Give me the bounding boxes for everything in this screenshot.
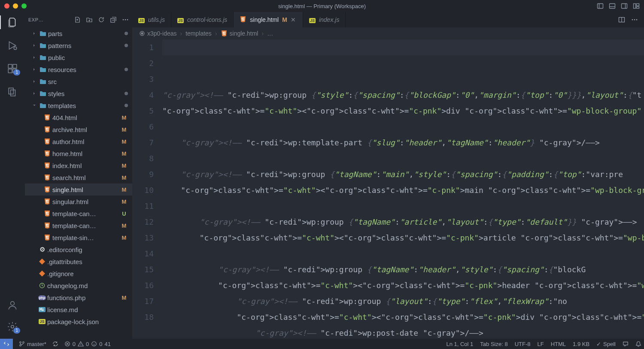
html-file-icon: [43, 210, 52, 217]
code-editor[interactable]: 123456789101112131415161718 "c-gray"><!—…: [132, 39, 644, 339]
svg-point-16: [11, 301, 15, 305]
run-debug-icon[interactable]: [6, 39, 18, 51]
folder-row[interactable]: public: [25, 51, 132, 63]
close-window-button[interactable]: [4, 3, 9, 9]
feedback-icon[interactable]: [623, 341, 629, 347]
file-size[interactable]: 1.9 KB: [573, 341, 589, 347]
zoom-window-button[interactable]: [21, 3, 27, 9]
editor-tab[interactable]: JS utils.js: [132, 12, 171, 27]
file-name: package-lock.json: [47, 318, 128, 325]
file-tree[interactable]: parts patterns public resources src styl…: [25, 27, 132, 339]
notifications-icon[interactable]: [635, 341, 641, 347]
tab-label: utils.js: [148, 16, 165, 23]
sync-button[interactable]: [52, 341, 58, 347]
folder-row[interactable]: resources: [25, 63, 132, 75]
svg-point-31: [20, 342, 21, 343]
collapse-all-icon[interactable]: [110, 16, 117, 23]
eol[interactable]: LF: [537, 341, 544, 347]
close-tab-icon[interactable]: ✕: [291, 16, 297, 23]
layout-sidebar-right-icon[interactable]: [621, 3, 628, 9]
references-icon[interactable]: [6, 86, 18, 98]
editor-tab[interactable]: JS index.js: [303, 12, 346, 27]
file-row[interactable]: changelog.md: [25, 280, 132, 292]
problems-indicator[interactable]: 0 0 0 41: [64, 341, 111, 347]
git-status: U: [120, 211, 128, 217]
spell-check[interactable]: ✓ Spell: [596, 341, 616, 347]
file-name: template-can…: [52, 210, 120, 217]
folder-row[interactable]: src: [25, 75, 132, 87]
html-file-icon: [43, 198, 52, 205]
editor-tab[interactable]: single.html M ✕: [234, 12, 303, 27]
line-gutter: 123456789101112131415161718: [132, 39, 162, 339]
settings-gear-icon[interactable]: 1: [6, 321, 18, 333]
file-row[interactable]: index.html M: [25, 159, 132, 171]
breadcrumbs[interactable]: x3p0-ideas›templates›single.html›…: [132, 27, 644, 39]
breadcrumb-item[interactable]: x3p0-ideas: [139, 30, 177, 37]
svg-point-33: [23, 342, 24, 343]
customize-layout-icon[interactable]: [633, 3, 640, 9]
encoding[interactable]: UTF-8: [515, 341, 531, 347]
language-mode[interactable]: HTML: [551, 341, 566, 347]
breadcrumb-item[interactable]: …: [267, 30, 273, 37]
file-row[interactable]: template-can… U: [25, 208, 132, 220]
activity-bar: 1 1: [0, 12, 25, 339]
folder-icon: [39, 30, 47, 36]
file-row[interactable]: single.html M: [25, 184, 132, 196]
file-row[interactable]: template-can… M: [25, 220, 132, 232]
remote-button[interactable]: [0, 339, 13, 349]
extensions-badge: 1: [13, 69, 20, 75]
file-row[interactable]: author.html M: [25, 135, 132, 147]
new-file-icon[interactable]: [74, 16, 81, 23]
folder-row[interactable]: parts: [25, 27, 132, 39]
file-row[interactable]: 404.html M: [25, 111, 132, 123]
file-row[interactable]: archive.html M: [25, 123, 132, 135]
svg-point-27: [634, 19, 635, 21]
layout-panel-icon[interactable]: [609, 3, 616, 9]
code-lines[interactable]: "c-gray"><!—— "c-redi">wp:group {"style"…: [162, 39, 644, 339]
file-row[interactable]: .gitattributes: [25, 256, 132, 268]
file-row[interactable]: .gitignore: [25, 268, 132, 280]
modified-dot-icon: [125, 104, 128, 107]
folder-name: templates: [48, 102, 125, 109]
more-icon[interactable]: [122, 16, 129, 23]
file-icon: [38, 307, 46, 312]
minimize-window-button[interactable]: [13, 3, 18, 9]
html-file-icon: [43, 186, 52, 193]
settings-badge: 1: [13, 328, 20, 334]
refresh-icon[interactable]: [98, 16, 105, 23]
branch-indicator[interactable]: master*: [19, 341, 46, 347]
explorer-icon[interactable]: [6, 16, 18, 28]
tab-size[interactable]: Tab Size: 8: [480, 341, 507, 347]
folder-icon: [39, 78, 47, 84]
file-row[interactable]: home.html M: [25, 147, 132, 159]
sidebar-header: EXP…: [25, 12, 132, 27]
more-actions-icon[interactable]: [631, 16, 638, 23]
chevron-right-icon: [30, 91, 39, 96]
layout-sidebar-left-icon[interactable]: [597, 3, 604, 9]
folder-row[interactable]: styles: [25, 87, 132, 99]
folder-row[interactable]: patterns: [25, 39, 132, 51]
file-row[interactable]: template-sin… M: [25, 232, 132, 244]
editor-tab[interactable]: JS control-icons.js: [171, 12, 234, 27]
file-row[interactable]: php functions.php M: [25, 292, 132, 304]
file-row[interactable]: search.html M: [25, 171, 132, 184]
folder-row[interactable]: templates: [25, 99, 132, 111]
breadcrumb-item[interactable]: templates: [185, 30, 212, 37]
chevron-right-icon: ›: [215, 30, 217, 37]
breadcrumb-item[interactable]: single.html: [221, 30, 258, 37]
account-icon[interactable]: [6, 299, 18, 311]
file-name: search.html: [52, 174, 120, 181]
chevron-right-icon: ›: [180, 30, 182, 37]
file-name: changelog.md: [47, 282, 128, 289]
chevron-right-icon: [30, 43, 39, 48]
editor: JS utils.js JS control-icons.js single.h…: [132, 12, 644, 339]
split-editor-icon[interactable]: [618, 16, 625, 23]
extensions-icon[interactable]: 1: [6, 63, 18, 75]
modified-dot-icon: [125, 32, 128, 35]
new-folder-icon[interactable]: [86, 16, 93, 23]
file-row[interactable]: ⚙ .editorconfig: [25, 244, 132, 256]
file-row[interactable]: singular.html M: [25, 196, 132, 208]
file-row[interactable]: JS package-lock.json: [25, 316, 132, 328]
file-row[interactable]: license.md: [25, 304, 132, 316]
cursor-position[interactable]: Ln 1, Col 1: [446, 341, 473, 347]
